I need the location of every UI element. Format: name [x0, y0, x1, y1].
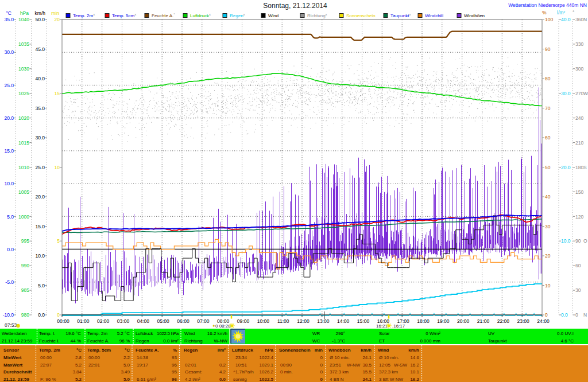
svg-text:45.0: 45.0	[35, 46, 45, 52]
svg-text:Feuchte I.: Feuchte I.	[39, 338, 60, 344]
svg-text:02:01: 02:01	[185, 362, 197, 368]
svg-text:°: °	[572, 10, 574, 15]
svg-text:07:53: 07:53	[5, 322, 17, 328]
svg-text:hPa: hPa	[265, 348, 273, 353]
svg-text:°C: °C	[6, 10, 11, 16]
svg-text:Temp. 5cm: Temp. 5cm	[87, 348, 111, 353]
svg-text:1026.2: 1026.2	[260, 369, 274, 375]
svg-text:Ø 10 min.: Ø 10 min.	[330, 355, 350, 360]
svg-text:3.84: 3.84	[72, 369, 82, 375]
svg-text:296°: 296°	[335, 331, 345, 336]
svg-text:10:00: 10:00	[257, 318, 270, 324]
svg-text:km/h: km/h	[361, 348, 372, 353]
svg-text:1022.4: 1022.4	[260, 355, 274, 360]
svg-text:Regen: Regen	[184, 348, 198, 353]
svg-text:Regen: Regen	[136, 338, 149, 344]
svg-text:2.8: 2.8	[75, 355, 82, 360]
svg-text:Sonntag, 21.12.2014: Sonntag, 21.12.2014	[263, 2, 327, 10]
svg-text:16.2 km/h: 16.2 km/h	[207, 331, 227, 336]
svg-text:30.0: 30.0	[35, 135, 45, 141]
svg-text:14:00: 14:00	[337, 318, 350, 324]
svg-text:100: 100	[545, 17, 553, 22]
svg-text:ET: ET	[379, 338, 385, 344]
svg-text:40: 40	[545, 194, 551, 200]
svg-text:995: 995	[21, 238, 29, 244]
svg-text:5: 5	[57, 238, 60, 244]
svg-text:0: 0	[320, 369, 323, 375]
svg-text:10:51: 10:51	[235, 362, 247, 368]
svg-text:980: 980	[21, 312, 29, 318]
svg-text:02:00: 02:00	[97, 318, 110, 324]
svg-text:30.0: 30.0	[561, 91, 571, 96]
svg-text:MinWert: MinWert	[3, 355, 22, 360]
svg-text:-5.0: -5.0	[5, 279, 14, 285]
svg-text:1005: 1005	[18, 189, 29, 195]
svg-text:300: 300	[575, 66, 583, 72]
svg-text:3.49: 3.49	[121, 369, 130, 375]
svg-text:0.0 UV-I: 0.0 UV-I	[557, 331, 574, 336]
svg-text:Temp. 2m: Temp. 2m	[87, 331, 107, 336]
svg-text:Windböen: Windböen	[464, 13, 485, 18]
svg-text:24:00: 24:00	[537, 318, 550, 324]
svg-text:2.2: 2.2	[123, 355, 130, 360]
svg-text:N: N	[583, 17, 587, 22]
svg-text:0.0: 0.0	[219, 377, 226, 382]
svg-text:96: 96	[172, 362, 177, 368]
svg-text:Durchschnitt: Durchschnitt	[3, 369, 32, 375]
svg-text:70: 70	[545, 106, 551, 111]
svg-text:38.5: 38.5	[362, 362, 372, 368]
svg-text:5.0: 5.0	[38, 283, 45, 289]
svg-text:00:00: 00:00	[280, 362, 292, 368]
svg-text:0.0: 0.0	[7, 247, 14, 252]
svg-text:1040: 1040	[18, 17, 29, 22]
svg-text:^1.7hPa/h: ^1.7hPa/h	[233, 369, 254, 375]
svg-text:0 W/m²: 0 W/m²	[425, 331, 440, 336]
svg-text:Sonnenschein: Sonnenschein	[279, 348, 311, 353]
svg-text:.16:17: .16:17	[392, 323, 405, 329]
svg-text:1022.5: 1022.5	[260, 377, 274, 382]
svg-text:360: 360	[575, 17, 583, 22]
svg-text:Solar: Solar	[379, 331, 390, 336]
svg-text:22:07: 22:07	[40, 362, 52, 368]
svg-text:0.000 mm: 0.000 mm	[420, 338, 440, 344]
svg-text:5.0: 5.0	[7, 214, 14, 220]
svg-text:30.0: 30.0	[4, 49, 14, 55]
svg-text:Wind: Wind	[184, 331, 195, 336]
svg-text:Wetterstation Niedersorpe 440m: Wetterstation Niedersorpe 440m NN	[508, 2, 587, 8]
svg-text:km/h: km/h	[408, 348, 419, 353]
svg-text:95: 95	[172, 369, 177, 375]
svg-text:05:00: 05:00	[157, 318, 170, 324]
svg-text:%: %	[542, 10, 547, 15]
svg-text:WR: WR	[312, 331, 320, 336]
svg-text:Feuchte A.: Feuchte A.	[136, 348, 159, 353]
svg-text:4.2: 4.2	[219, 369, 226, 375]
svg-text:1022.5 hPa: 1022.5 hPa	[157, 331, 179, 336]
svg-text:5.0: 5.0	[123, 362, 130, 368]
svg-text:1035: 1035	[18, 41, 29, 47]
svg-text:270: 270	[575, 91, 583, 96]
svg-text:21.12.14 23:59: 21.12.14 23:59	[2, 338, 33, 344]
svg-text:1030: 1030	[18, 66, 29, 72]
svg-text:Richtung: Richtung	[184, 338, 203, 344]
svg-text:5.0: 5.0	[123, 377, 130, 382]
svg-text:18:00: 18:00	[417, 318, 430, 324]
svg-text:Ø 10 min.: Ø 10 min.	[379, 355, 399, 360]
svg-text:Regenx: Regenx	[230, 13, 245, 18]
svg-text:23:34: 23:34	[235, 355, 247, 360]
svg-text:24.1: 24.1	[362, 355, 372, 360]
svg-text:0.0 l/m²: 0.0 l/m²	[163, 338, 179, 344]
svg-text:l/m²: l/m²	[557, 10, 565, 15]
svg-text:372.3 km: 372.3 km	[379, 369, 398, 375]
svg-text:1015: 1015	[18, 140, 29, 146]
svg-text:-10.0: -10.0	[3, 312, 14, 318]
svg-text:°C: °C	[76, 348, 82, 353]
svg-text:19:00: 19:00	[437, 318, 450, 324]
svg-text:km/h: km/h	[35, 10, 46, 16]
svg-text:min: min	[315, 348, 323, 353]
svg-text:Temp. 2m: Temp. 2m	[39, 348, 60, 353]
svg-text:Wind: Wind	[268, 13, 278, 18]
svg-text:5.2: 5.2	[75, 377, 82, 382]
svg-text:15:00: 15:00	[357, 318, 370, 324]
svg-text:WC: WC	[312, 338, 320, 344]
svg-text:Windchill: Windchill	[425, 13, 443, 18]
